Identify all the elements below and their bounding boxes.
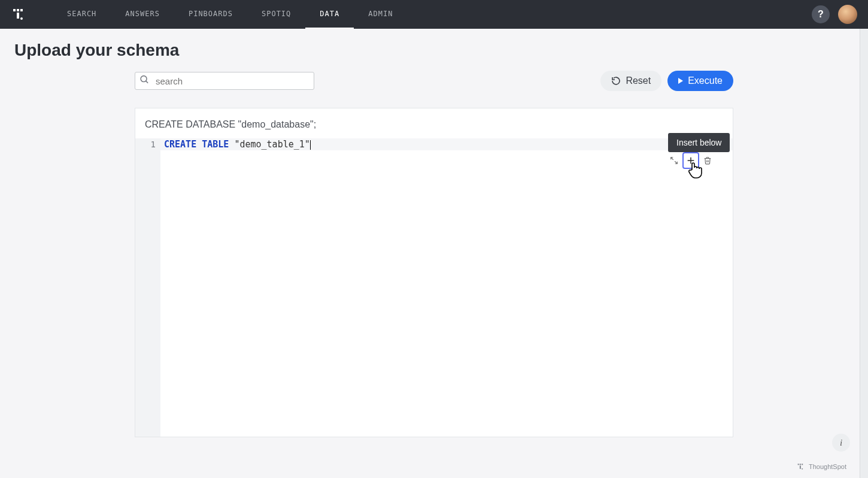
- row-actions: [669, 152, 712, 169]
- svg-rect-14: [800, 465, 801, 468]
- scrollbar-track[interactable]: [860, 29, 868, 478]
- app-logo[interactable]: [11, 6, 28, 23]
- editor-line-1[interactable]: 1 CREATE TABLE "demo_table_1": [135, 138, 733, 150]
- footer-brand: ThoughtSpot: [797, 462, 846, 471]
- svg-point-4: [20, 17, 23, 20]
- execute-button[interactable]: Execute: [667, 71, 733, 91]
- svg-rect-2: [20, 9, 23, 11]
- top-nav: SEARCH ANSWERS PINBOARDS SPOTIQ DATA ADM…: [0, 0, 868, 29]
- svg-point-5: [141, 76, 147, 82]
- search-input[interactable]: [135, 72, 314, 90]
- reset-button[interactable]: Reset: [600, 71, 661, 91]
- editor-body[interactable]: [135, 150, 733, 437]
- svg-line-6: [146, 81, 148, 83]
- code-keyword: CREATE TABLE: [164, 139, 229, 150]
- logo-icon: [11, 7, 27, 22]
- line-number-1: 1: [135, 138, 160, 150]
- trash-icon[interactable]: [703, 156, 712, 165]
- nav-admin[interactable]: ADMIN: [354, 0, 407, 29]
- user-avatar[interactable]: [838, 5, 857, 24]
- editor-card: CREATE DATABASE "demo_database"; 1 CREAT…: [135, 108, 733, 437]
- footer-brand-label: ThoughtSpot: [809, 463, 846, 470]
- svg-rect-1: [17, 9, 19, 11]
- help-button[interactable]: ?: [812, 5, 830, 23]
- play-icon: [678, 78, 683, 84]
- code-string: "demo_table_1": [234, 139, 309, 150]
- svg-rect-12: [800, 464, 801, 465]
- nav-search[interactable]: SEARCH: [53, 0, 111, 29]
- svg-rect-0: [13, 9, 16, 11]
- nav-data[interactable]: DATA: [305, 0, 354, 29]
- nav-answers[interactable]: ANSWERS: [111, 0, 174, 29]
- execute-label: Execute: [688, 75, 723, 86]
- svg-rect-13: [802, 464, 803, 465]
- tooltip-insert-below: Insert below: [668, 133, 730, 152]
- info-button[interactable]: i: [832, 434, 850, 452]
- nav-items: SEARCH ANSWERS PINBOARDS SPOTIQ DATA ADM…: [53, 0, 407, 29]
- nav-pinboards[interactable]: PINBOARDS: [174, 0, 247, 29]
- footer-logo-icon: [797, 462, 805, 471]
- code-rest[interactable]: [160, 150, 733, 437]
- search-wrap: [135, 72, 314, 90]
- svg-rect-3: [17, 13, 19, 19]
- code-line-1[interactable]: CREATE TABLE "demo_table_1": [160, 138, 733, 150]
- svg-point-15: [802, 468, 803, 470]
- text-caret: [310, 140, 311, 150]
- nav-spotiq[interactable]: SPOTIQ: [247, 0, 305, 29]
- svg-rect-11: [798, 464, 799, 465]
- plus-icon: [686, 156, 696, 165]
- reset-label: Reset: [626, 75, 651, 86]
- action-bar: Reset Execute: [135, 66, 733, 96]
- collapse-icon[interactable]: [669, 156, 679, 165]
- insert-below-button[interactable]: [682, 152, 699, 169]
- page-title: Upload your schema: [0, 29, 868, 66]
- nav-right: ?: [812, 5, 857, 24]
- gutter-rest: [135, 150, 160, 437]
- reset-icon: [611, 76, 621, 86]
- svg-line-7: [671, 158, 673, 160]
- editor-header-text: CREATE DATABASE "demo_database";: [135, 108, 733, 138]
- svg-line-8: [675, 161, 677, 164]
- search-icon: [139, 75, 150, 87]
